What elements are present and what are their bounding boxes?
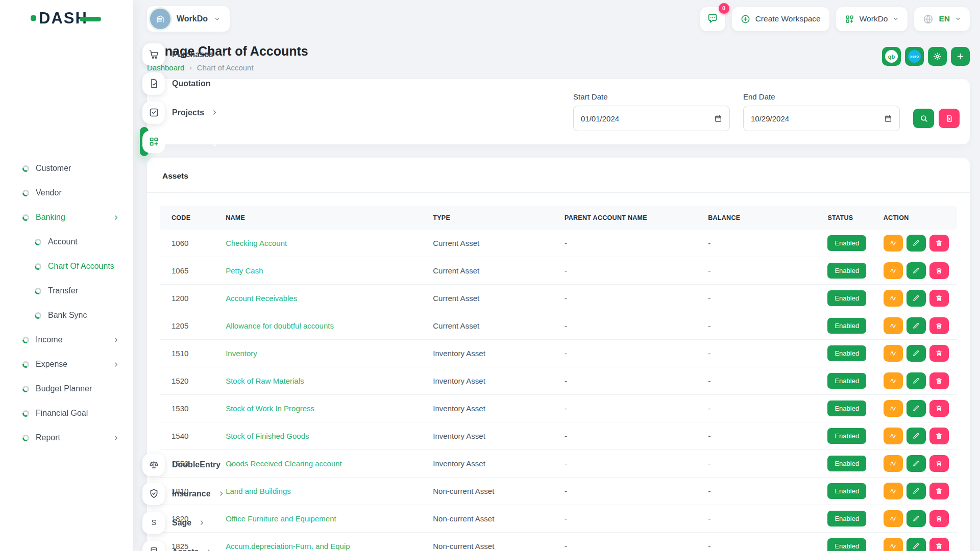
pencil-icon	[912, 405, 920, 412]
sidebar-item-projects[interactable]: Projects	[140, 98, 149, 127]
account-name-link[interactable]: Stock of Finished Goods	[226, 432, 309, 440]
activity-button[interactable]	[884, 262, 903, 279]
sidebar-item-banking[interactable]: Banking	[7, 205, 126, 230]
delete-button[interactable]	[929, 290, 949, 307]
account-name-link[interactable]: Goods Received Clearing account	[226, 459, 342, 468]
delete-button[interactable]	[929, 510, 949, 527]
account-name-link[interactable]: Inventory	[226, 349, 257, 358]
sidebar-item-vendor[interactable]: Vendor	[7, 181, 126, 205]
activity-button[interactable]	[884, 538, 903, 551]
edit-button[interactable]	[906, 400, 926, 417]
delete-button[interactable]	[929, 455, 949, 472]
activity-button[interactable]	[884, 400, 903, 417]
account-name-link[interactable]: Stock of Raw Materials	[226, 377, 304, 385]
sidebar-item-purchases[interactable]: Purchases	[140, 40, 149, 69]
row-actions	[884, 400, 951, 417]
cell-type: Inventory Asset	[427, 450, 558, 478]
activity-button[interactable]	[884, 510, 903, 527]
sidebar-item-quotation[interactable]: Quotation	[140, 69, 149, 98]
brand-logo[interactable]: DASH	[0, 0, 133, 36]
sidebar-item-insurance[interactable]: Insurance	[140, 479, 149, 508]
status-badge: Enabled	[827, 318, 866, 334]
account-name-link[interactable]: Checking Account	[226, 239, 287, 247]
activity-button[interactable]	[884, 317, 903, 334]
edit-button[interactable]	[906, 428, 926, 444]
sidebar-item-report[interactable]: Report	[7, 425, 126, 450]
account-name-link[interactable]: Petty Cash	[226, 266, 263, 275]
sidebar-item-transfer[interactable]: Transfer	[7, 279, 126, 303]
cell-balance: -	[702, 257, 821, 285]
activity-button[interactable]	[884, 290, 903, 307]
end-date-input[interactable]: 10/29/2024	[743, 106, 900, 131]
sidebar-item-expense[interactable]: Expense	[7, 352, 126, 377]
table-row: 1510InventoryInventory Asset--Enabled	[160, 340, 957, 367]
language-selector[interactable]: EN	[914, 7, 970, 31]
apply-filter-button[interactable]	[913, 109, 934, 128]
delete-button[interactable]	[929, 345, 949, 362]
xero-button[interactable]: xero	[905, 47, 924, 66]
messages-button[interactable]: 0	[700, 7, 725, 31]
sidebar-item-chart-of-accounts[interactable]: Chart Of Accounts	[7, 254, 126, 279]
account-name-link[interactable]: Stock of Work In Progress	[226, 404, 314, 413]
sidebar-item-accounting[interactable]: Accounting	[140, 127, 149, 156]
delete-button[interactable]	[929, 262, 949, 279]
workspace-chip[interactable]: WorkDo	[147, 6, 230, 32]
sidebar-item-customer[interactable]: Customer	[7, 156, 126, 181]
activity-button[interactable]	[884, 372, 903, 389]
sidebar-item-income[interactable]: Income	[7, 328, 126, 352]
sidebar-item-financial-goal[interactable]: Financial Goal	[7, 401, 126, 425]
add-button[interactable]	[951, 47, 970, 66]
account-name-link[interactable]: Land and Buildings	[226, 487, 291, 495]
reset-filter-button[interactable]	[939, 109, 960, 128]
edit-button[interactable]	[906, 483, 926, 499]
chevron-right-icon	[113, 337, 119, 343]
edit-button[interactable]	[906, 538, 926, 551]
table-row: 1520Stock of Raw MaterialsInventory Asse…	[160, 367, 957, 395]
create-workspace-button[interactable]: Create Workspace	[732, 7, 829, 31]
activity-icon	[889, 349, 897, 357]
activity-button[interactable]	[884, 483, 903, 499]
delete-button[interactable]	[929, 400, 949, 417]
edit-button[interactable]	[906, 510, 926, 527]
sidebar-item-doubleentry[interactable]: DoubleEntry	[140, 450, 149, 479]
delete-button[interactable]	[929, 428, 949, 444]
start-date-input[interactable]: 01/01/2024	[573, 106, 730, 131]
sidebar-item-assets[interactable]: Assets	[140, 537, 149, 551]
sidebar-item-bank-sync[interactable]: Bank Sync	[7, 303, 126, 328]
settings-button[interactable]	[928, 47, 947, 66]
cell-code: 1540	[160, 422, 219, 450]
delete-button[interactable]	[929, 372, 949, 389]
activity-button[interactable]	[884, 235, 903, 252]
account-name-link[interactable]: Accum.depreciation-Furn. and Equip	[226, 542, 350, 550]
edit-button[interactable]	[906, 317, 926, 334]
accounts-table: CODENAMETYPEPARENT ACCOUNT NAMEBALANCEST…	[160, 206, 957, 551]
activity-button[interactable]	[884, 428, 903, 444]
edit-button[interactable]	[906, 455, 926, 472]
sidebar-item-account[interactable]: Account	[7, 230, 126, 254]
sidebar-item-label: Account	[48, 237, 119, 246]
edit-button[interactable]	[906, 262, 926, 279]
status-badge: Enabled	[827, 538, 866, 551]
filter-card: Start Date 01/01/2024 End Date 10/29/202…	[147, 79, 970, 144]
sidebar-item-sage[interactable]: SSage	[140, 508, 149, 537]
account-name-link[interactable]: Account Receivables	[226, 294, 297, 303]
activity-button[interactable]	[884, 345, 903, 362]
quickbooks-button[interactable]: qb	[882, 47, 901, 66]
account-name-link[interactable]: Allowance for doubtful accounts	[226, 321, 334, 330]
edit-button[interactable]	[906, 372, 926, 389]
edit-button[interactable]	[906, 290, 926, 307]
trash-icon	[935, 515, 943, 522]
account-name-link[interactable]: Office Furniture and Equipement	[226, 514, 336, 523]
delete-button[interactable]	[929, 538, 949, 551]
sidebar-item-budget-planner[interactable]: Budget Planner	[7, 377, 126, 401]
cell-type: Current Asset	[427, 257, 558, 285]
delete-button[interactable]	[929, 235, 949, 252]
table-row: 1825Accum.depreciation-Furn. and EquipNo…	[160, 533, 957, 551]
activity-button[interactable]	[884, 455, 903, 472]
cell-balance: -	[702, 533, 821, 551]
delete-button[interactable]	[929, 317, 949, 334]
delete-button[interactable]	[929, 483, 949, 499]
edit-button[interactable]	[906, 345, 926, 362]
edit-button[interactable]	[906, 235, 926, 252]
workspace-menu[interactable]: WorkDo	[836, 7, 908, 31]
